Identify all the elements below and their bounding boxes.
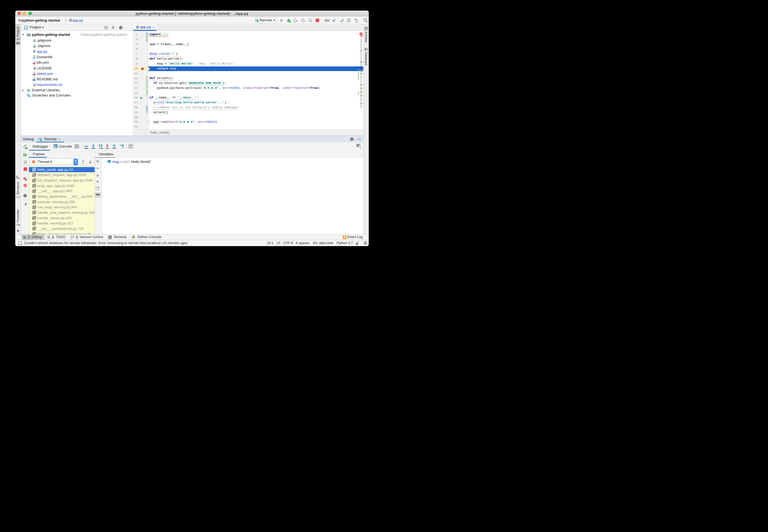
svg-text:MD: MD: [33, 79, 35, 81]
svg-text:D: D: [33, 57, 34, 59]
svg-text:YML: YML: [33, 63, 36, 65]
svg-text:YML: YML: [33, 74, 36, 75]
